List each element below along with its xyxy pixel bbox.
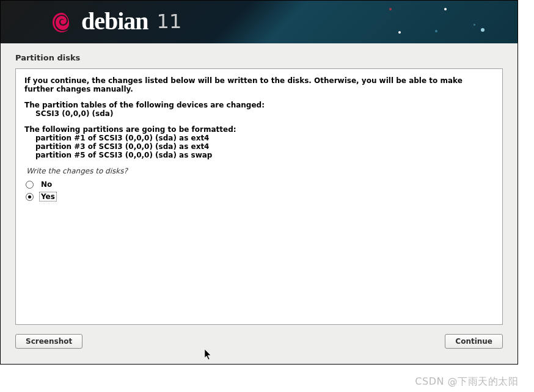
format-item: partition #5 of SCSI3 (0,0,0) (sda) as s… <box>24 151 494 159</box>
debian-swirl-icon <box>49 10 74 35</box>
confirm-question: Write the changes to disks? <box>24 167 494 175</box>
continue-button[interactable]: Continue <box>445 334 503 349</box>
radio-no-label: No <box>40 180 53 189</box>
page-title: Partition disks <box>15 53 503 62</box>
installer-window: debian 11 Partition disks If you continu… <box>0 0 518 365</box>
screenshot-button[interactable]: Screenshot <box>15 334 82 349</box>
format-item: partition #3 of SCSI3 (0,0,0) (sda) as e… <box>24 142 494 151</box>
warning-text: If you continue, the changes listed belo… <box>24 76 463 93</box>
format-item: partition #1 of SCSI3 (0,0,0) (sda) as e… <box>24 134 494 142</box>
radio-button-icon[interactable] <box>26 193 34 201</box>
radio-yes-label: Yes <box>40 192 56 201</box>
changed-device: SCSI3 (0,0,0) (sda) <box>24 109 494 118</box>
watermark: CSDN @下雨天的太阳 <box>415 376 518 388</box>
mouse-cursor-icon <box>205 349 213 361</box>
content-area: Partition disks If you continue, the cha… <box>1 43 518 325</box>
tables-heading: The partition tables of the following de… <box>24 101 265 109</box>
format-heading: The following partitions are going to be… <box>24 125 236 134</box>
partition-panel: If you continue, the changes listed belo… <box>15 68 503 325</box>
banner: debian 11 <box>1 1 518 43</box>
banner-decoration <box>346 1 518 43</box>
brand-name: debian <box>81 7 148 35</box>
brand-version: 11 <box>157 10 182 33</box>
button-bar: Screenshot Continue <box>1 325 518 349</box>
brand-logo: debian 11 <box>49 7 181 35</box>
radio-yes[interactable]: Yes <box>26 192 492 201</box>
radio-button-icon[interactable] <box>26 181 34 189</box>
radio-no[interactable]: No <box>26 180 492 189</box>
